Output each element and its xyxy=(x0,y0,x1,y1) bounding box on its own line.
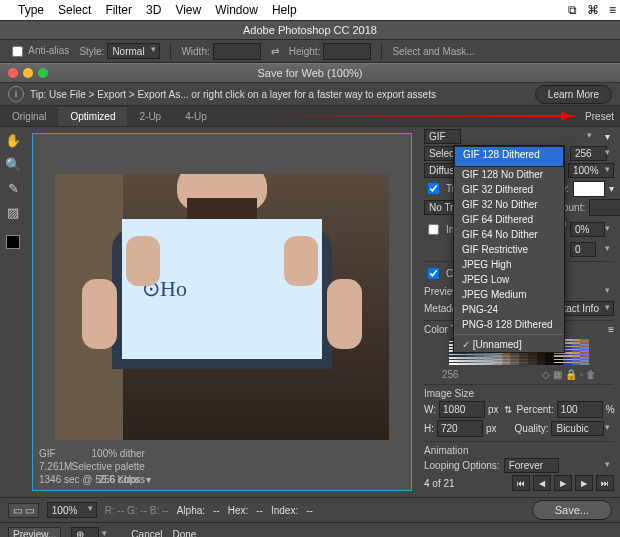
preset-label: Preset xyxy=(585,111,620,122)
preset-item[interactable]: GIF Restrictive xyxy=(454,242,564,257)
preset-item[interactable]: PNG-8 128 Dithered xyxy=(454,317,564,332)
dialog-title: Save for Web (100%) xyxy=(0,67,620,79)
looping-select[interactable]: Forever xyxy=(504,458,559,473)
wifi-icon[interactable]: ⌘ xyxy=(587,3,599,17)
dialog-footer-1: ▭ ▭ 100% R: -- G: -- B: -- Alpha:-- Hex:… xyxy=(0,497,620,522)
preset-item[interactable]: JPEG Medium xyxy=(454,287,564,302)
macos-menubar: Type Select Filter 3D View Window Help ⧉… xyxy=(0,0,620,20)
anti-alias-checkbox[interactable] xyxy=(12,46,23,57)
preset-item[interactable]: JPEG High xyxy=(454,257,564,272)
colors-select[interactable]: 256 xyxy=(570,146,607,161)
done-button[interactable]: Done xyxy=(173,529,197,538)
percent-field[interactable] xyxy=(557,401,603,418)
colortable-menu-icon[interactable]: ≡ xyxy=(608,324,614,335)
tab-2up[interactable]: 2-Up xyxy=(127,107,173,126)
menu-filter[interactable]: Filter xyxy=(105,3,132,17)
menu-type[interactable]: Type xyxy=(18,3,44,17)
zoom-select[interactable]: 100% xyxy=(47,502,97,518)
preset-item[interactable]: GIF 32 Dithered xyxy=(454,182,564,197)
srgb-checkbox[interactable] xyxy=(428,268,439,279)
menu-window[interactable]: Window xyxy=(215,3,258,17)
amount-input xyxy=(589,199,620,216)
preset-item[interactable]: GIF 64 Dithered xyxy=(454,212,564,227)
tab-4up[interactable]: 4-Up xyxy=(173,107,219,126)
save-button[interactable]: Save... xyxy=(532,500,612,520)
slice-tool-icon[interactable]: ▨ xyxy=(4,203,22,221)
options-bar: Anti-alias Style:Normal Width: ⇄ Height:… xyxy=(0,40,620,63)
width-field[interactable] xyxy=(439,401,485,418)
dialog-titlebar[interactable]: Save for Web (100%) xyxy=(0,63,620,83)
websnap-select[interactable]: 0% xyxy=(570,222,605,237)
annotation-arrow xyxy=(259,115,575,117)
dither-select[interactable]: 100% xyxy=(568,163,614,178)
tip-text: Tip: Use File > Export > Export As... or… xyxy=(30,89,436,100)
preset-item[interactable]: JPEG Low xyxy=(454,272,564,287)
learn-more-button[interactable]: Learn More xyxy=(535,85,612,104)
preset-item[interactable]: GIF 128 Dithered xyxy=(454,146,564,167)
preview-panel: ⊙Ho GIF 7.261M 1346 sec @ 56.6 Kbps ▾ 10… xyxy=(26,127,418,497)
preview-canvas[interactable]: ⊙Ho GIF 7.261M 1346 sec @ 56.6 Kbps ▾ 10… xyxy=(32,133,412,491)
menu-select[interactable]: Select xyxy=(58,3,91,17)
tip-bar: i Tip: Use File > Export > Export As... … xyxy=(0,83,620,106)
bulb-icon: i xyxy=(8,86,24,102)
matte-swatch[interactable] xyxy=(573,181,605,197)
frame-counter: 4 of 21 xyxy=(424,478,455,489)
preset-item-custom[interactable]: [Unnamed] xyxy=(454,337,564,352)
prev-frame-button[interactable]: ◀ xyxy=(533,475,551,491)
play-button[interactable]: ▶ xyxy=(554,475,572,491)
menu-help[interactable]: Help xyxy=(272,3,297,17)
quality-select[interactable]: Bicubic xyxy=(551,421,604,436)
lossy-select[interactable]: 0 xyxy=(570,242,596,257)
ct-tools[interactable]: ◇ ▦ 🔒 ▫ 🗑 xyxy=(542,369,596,380)
interlaced-checkbox[interactable] xyxy=(428,224,439,235)
style-select[interactable]: Normal xyxy=(107,43,160,59)
preset-item[interactable]: GIF 64 No Dither xyxy=(454,227,564,242)
menu-view[interactable]: View xyxy=(175,3,201,17)
preview-tabs: Original Optimized 2-Up 4-Up Preset xyxy=(0,106,620,127)
preset-item[interactable]: GIF 128 No Dither xyxy=(454,167,564,182)
browser-select[interactable]: ⊕ xyxy=(71,527,99,538)
status-icon[interactable]: ≡ xyxy=(609,3,616,17)
cancel-button[interactable]: Cancel xyxy=(131,529,162,538)
app-titlebar: Adobe Photoshop CC 2018 xyxy=(0,20,620,40)
next-frame-button[interactable]: ▶ xyxy=(575,475,593,491)
eyedropper-icon[interactable]: ✎ xyxy=(4,179,22,197)
format-select[interactable]: GIF xyxy=(424,129,461,144)
preview-info: GIF 7.261M 1346 sec @ 56.6 Kbps ▾ 100% d… xyxy=(39,447,151,486)
dropbox-icon[interactable]: ⧉ xyxy=(568,3,577,17)
width-input[interactable] xyxy=(213,43,261,60)
preset-dropdown-menu[interactable]: GIF 128 Dithered GIF 128 No Dither GIF 3… xyxy=(453,145,565,353)
select-and-mask-button[interactable]: Select and Mask... xyxy=(392,46,474,57)
link-icon[interactable]: ⇅ xyxy=(504,404,512,415)
transparency-checkbox[interactable] xyxy=(428,183,439,194)
dialog-footer-2: Preview... ⊕ Cancel Done xyxy=(0,522,620,537)
preset-item[interactable]: GIF 32 No Dither xyxy=(454,197,564,212)
preview-image: ⊙Ho xyxy=(55,174,389,440)
preset-item[interactable]: PNG-24 xyxy=(454,302,564,317)
tab-original[interactable]: Original xyxy=(0,107,58,126)
zoom-tool-icon[interactable]: 🔍 xyxy=(4,155,22,173)
first-frame-button[interactable]: ⏮ xyxy=(512,475,530,491)
height-field[interactable] xyxy=(437,420,483,437)
hand-tool-icon[interactable]: ✋ xyxy=(4,131,22,149)
last-frame-button[interactable]: ⏭ xyxy=(596,475,614,491)
zoom-out-button[interactable]: ▭ ▭ xyxy=(8,503,39,518)
tool-panel: ✋ 🔍 ✎ ▨ xyxy=(0,127,26,497)
foreground-swatch[interactable] xyxy=(6,235,20,249)
preview-button[interactable]: Preview... xyxy=(8,527,61,538)
menu-3d[interactable]: 3D xyxy=(146,3,161,17)
animation-controls: ⏮ ◀ ▶ ▶ ⏭ xyxy=(512,475,614,491)
height-input[interactable] xyxy=(323,43,371,60)
tab-optimized[interactable]: Optimized xyxy=(58,107,127,126)
